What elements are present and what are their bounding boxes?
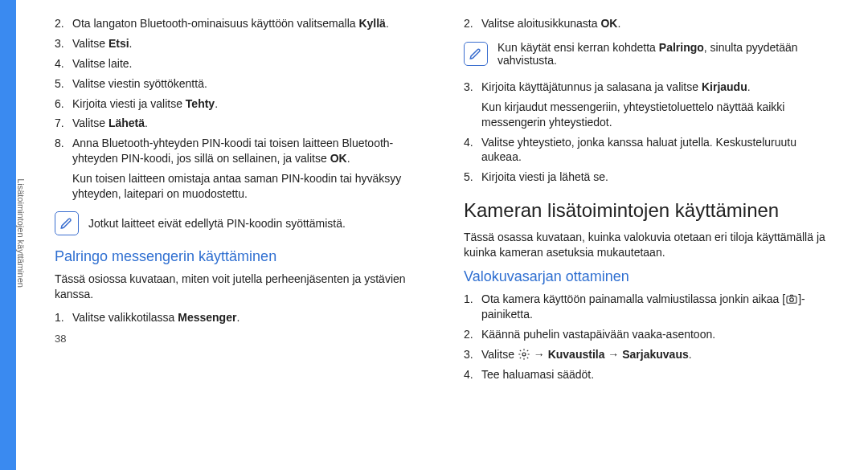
list-item: 2.Ota langaton Bluetooth-ominaisuus käyt… [55,16,428,31]
list-item: 2.Valitse aloitusikkunasta OK. [464,16,837,31]
list-item: 1.Valitse valikkotilassa Messenger. [55,310,428,325]
gear-icon [518,348,530,361]
palringo-steps: 1.Valitse valikkotilassa Messenger. [55,310,428,325]
list-item: 3.Kirjoita käyttäjätunnus ja salasana ja… [464,80,837,95]
list-item: 3. Valitse → Kuvaustila → Sarjakuvaus. [464,347,837,362]
palringo-lede: Tässä osiossa kuvataan, miten voit jutel… [55,272,428,302]
list-item: 4.Valitse yhteystieto, jonka kanssa halu… [464,135,837,166]
list-item: 2.Käännä puhelin vastapäivään vaaka-asen… [464,327,837,342]
note-text: Kun käytät ensi kerran kohdetta Palringo… [497,41,837,67]
camera-icon [785,292,798,305]
note-box: Jotkut laitteet eivät edellytä PIN-koodi… [55,211,428,235]
sidebar-margin: Lisätoimintojen käyttäminen [0,0,32,470]
heading-burst: Valokuvasarjan ottaminen [464,268,837,285]
list-item: 4.Valitse laite. [55,56,428,72]
note-box: Kun käytät ensi kerran kohdetta Palringo… [464,41,837,67]
burst-steps: 1. Ota kamera käyttöön painamalla valmiu… [464,292,837,382]
camera-lede: Tässä osassa kuvataan, kuinka valokuvia … [464,230,837,260]
step-8-subtext: Kun toisen laitteen omistaja antaa saman… [72,171,428,202]
chat-steps: 4.Valitse yhteystieto, jonka kanssa halu… [464,135,837,186]
svg-point-2 [522,353,526,356]
list-item: 6.Kirjoita viesti ja valitse Tehty. [55,96,428,112]
section-running-head: Lisätoimintojen käyttäminen [16,178,26,288]
list-item: 1. Ota kamera käyttöön painamalla valmiu… [464,292,837,322]
list-item: 4.Tee haluamasi säädöt. [464,367,837,382]
note-icon [464,42,488,66]
list-item: 3.Valitse Etsi. [55,36,428,51]
login-subtext: Kun kirjaudut messengeriin, yhteystietol… [481,100,837,130]
list-item: 7.Valitse Lähetä. [55,116,428,131]
note-text: Jotkut laitteet eivät edellytä PIN-koodi… [88,217,428,230]
note-icon [55,211,79,235]
list-item: 8.Anna Bluetooth-yhteyden PIN-koodi tai … [55,136,428,166]
page-content: 2.Ota langaton Bluetooth-ominaisuus käyt… [32,0,868,470]
list-item: 5.Valitse viestin syöttökenttä. [55,76,428,92]
heading-camera: Kameran lisätoimintojen käyttäminen [464,199,837,222]
bluetooth-steps: 2.Ota langaton Bluetooth-ominaisuus käyt… [55,16,428,166]
heading-palringo: Palringo messengerin käyttäminen [55,248,428,265]
list-item: 5.Kirjoita viesti ja lähetä se. [464,170,837,185]
sidebar-accent-bar [0,0,16,470]
login-steps: 3.Kirjoita käyttäjätunnus ja salasana ja… [464,80,837,95]
svg-point-1 [790,298,794,302]
svg-rect-0 [787,296,796,304]
page-number: 38 [55,332,428,346]
palringo-steps-contd: 2.Valitse aloitusikkunasta OK. [464,16,837,31]
